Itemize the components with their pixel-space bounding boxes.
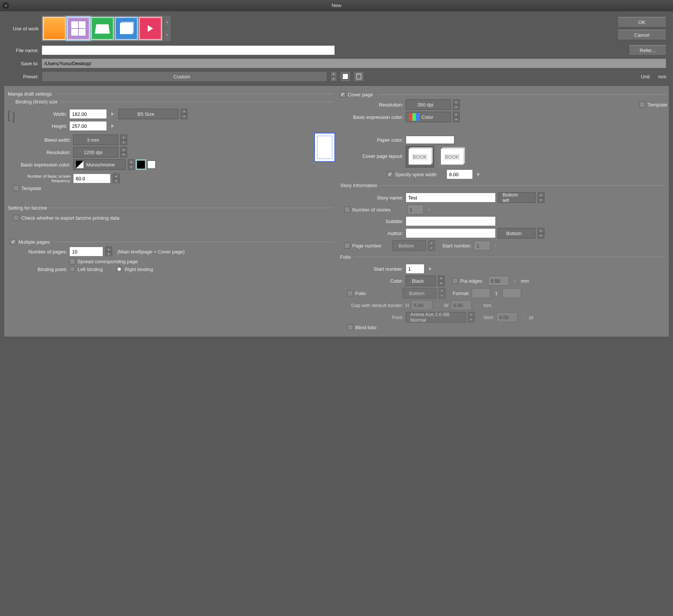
mds-template-check[interactable] — [13, 185, 19, 191]
bleed-spinner[interactable]: ▲▼ — [120, 135, 127, 145]
folio-color-spinner[interactable]: ▲▼ — [438, 276, 445, 286]
mds-resolution-spinner[interactable]: ▲▼ — [120, 147, 127, 157]
right-binding-label: Right binding — [124, 267, 153, 272]
multiple-pages-check[interactable] — [10, 239, 16, 245]
num-stories-check[interactable] — [344, 207, 350, 213]
size-preset-combo[interactable]: B5 Size — [118, 109, 178, 119]
num-pages-input[interactable] — [69, 247, 103, 256]
gap-h-input[interactable] — [411, 300, 432, 310]
spine-check[interactable] — [387, 171, 393, 177]
refer-button[interactable]: Refer... — [629, 45, 666, 55]
titlebar: ✕ New — [0, 0, 673, 11]
spine-more-icon[interactable] — [477, 172, 480, 176]
cover-bec-combo[interactable]: Color — [406, 112, 451, 122]
work-type-scroll[interactable]: ▲▼ — [164, 16, 171, 41]
num-stories-label: Number of stories — [352, 207, 405, 213]
height-label: Height: — [18, 123, 67, 129]
unit-value: mm — [658, 74, 666, 79]
cover-layout-spread-icon[interactable]: BOOK — [438, 146, 466, 168]
work-type-illustration-icon[interactable] — [43, 17, 66, 40]
right-binding-radio[interactable] — [116, 266, 122, 272]
cover-bec-spinner[interactable]: ▲▼ — [453, 112, 460, 122]
num-stories-more-icon[interactable] — [428, 208, 431, 211]
swap-dimensions-icon[interactable] — [6, 107, 17, 126]
gap-w-input[interactable] — [451, 300, 472, 310]
ink-white-swatch[interactable] — [147, 160, 156, 169]
page-number-pos-combo: Bottom — [392, 240, 426, 251]
ink-black-swatch[interactable] — [137, 160, 145, 169]
size-input[interactable] — [496, 312, 517, 322]
gap-h-more-icon[interactable] — [437, 303, 439, 307]
save-to-input[interactable] — [42, 58, 666, 68]
story-name-pos-combo[interactable]: Bottom left — [498, 192, 535, 203]
cover-res-label: Resolution: — [340, 102, 403, 108]
author-input[interactable] — [406, 228, 496, 238]
spine-input[interactable] — [447, 169, 473, 179]
blind-folio-check[interactable] — [347, 324, 353, 330]
close-icon[interactable]: ✕ — [2, 2, 9, 9]
size-preset-spinner[interactable]: ▲▼ — [181, 109, 187, 119]
page-start-input[interactable] — [474, 241, 490, 250]
height-more-icon[interactable] — [111, 124, 114, 128]
work-type-comic-icon[interactable] — [67, 17, 90, 40]
put-edges-more-icon[interactable] — [514, 279, 516, 283]
file-name-input[interactable] — [42, 45, 335, 55]
work-type-animation-icon[interactable] — [139, 17, 162, 40]
preset-save-icon[interactable] — [340, 71, 351, 82]
cancel-button[interactable]: Cancel — [618, 30, 666, 40]
author-pos-combo[interactable]: Bottom — [498, 228, 535, 238]
folio-check[interactable] — [347, 290, 353, 296]
cover-res-combo[interactable]: 350 dpi — [406, 99, 451, 110]
freq-input[interactable] — [73, 174, 111, 183]
bleed-combo[interactable]: 3 mm — [73, 135, 118, 145]
gap-unit: mm — [483, 303, 492, 308]
put-edges-check[interactable] — [452, 278, 458, 284]
ok-button[interactable]: OK — [618, 17, 666, 27]
story-name-input[interactable] — [406, 193, 496, 202]
work-type-book-icon[interactable] — [91, 17, 114, 40]
cover-page-label: Cover page — [348, 92, 373, 97]
paper-color-swatch[interactable] — [406, 136, 454, 144]
mds-template-label: Template — [21, 186, 41, 191]
cover-template-label: Template — [648, 102, 667, 108]
preset-spinner[interactable]: ▲▼ — [330, 71, 337, 82]
page-start-more-icon[interactable] — [495, 244, 498, 247]
right-column: Cover page Resolution: 350 dpi ▲▼ Templa… — [338, 90, 668, 332]
gap-w-more-icon[interactable] — [476, 303, 479, 307]
format-prefix-input[interactable] — [472, 288, 490, 298]
folio-start-input[interactable] — [406, 264, 424, 274]
freq-spinner[interactable]: ▲▼ — [113, 174, 120, 183]
author-pos-spinner[interactable]: ▲▼ — [538, 228, 544, 238]
fanzine-check[interactable] — [13, 215, 19, 221]
put-edges-input[interactable] — [488, 276, 509, 286]
left-binding-radio[interactable] — [69, 266, 75, 272]
num-pages-spinner[interactable]: ▲▼ — [105, 247, 112, 256]
width-more-icon[interactable] — [111, 112, 114, 116]
format-suffix-input[interactable] — [502, 288, 521, 298]
bec-combo[interactable]: Monochrome — [73, 159, 126, 170]
work-type-print-icon[interactable] — [115, 17, 138, 40]
cover-page-check[interactable] — [340, 91, 346, 97]
spread-check[interactable] — [69, 258, 75, 264]
cover-template-check[interactable] — [639, 102, 645, 108]
num-stories-input[interactable] — [407, 205, 424, 214]
subtitle-input[interactable] — [406, 216, 496, 226]
folio-color-combo[interactable]: Black — [406, 276, 436, 286]
left-column: Manga draft settings Binding (finish) si… — [6, 90, 335, 332]
preset-delete-icon[interactable] — [354, 71, 364, 82]
cover-res-spinner[interactable]: ▲▼ — [453, 99, 460, 110]
height-input[interactable] — [69, 121, 107, 131]
paper-color-label: Paper color: — [340, 137, 403, 143]
folio-start-more-icon[interactable] — [429, 267, 432, 271]
preset-row: Preset: Custom ▲▼ Unit: mm — [0, 70, 673, 83]
preset-combo[interactable]: Custom — [42, 71, 327, 82]
bec-spinner[interactable]: ▲▼ — [128, 159, 135, 170]
cover-layout-single-icon[interactable]: BOOK — [406, 146, 434, 168]
size-more-icon[interactable] — [522, 315, 525, 319]
page-number-check[interactable] — [344, 243, 350, 249]
font-combo[interactable]: Anime Ace 2.0 BB Normal — [406, 312, 466, 322]
width-input[interactable] — [69, 109, 107, 119]
font-spinner[interactable]: ▲▼ — [468, 312, 475, 322]
story-name-pos-spinner[interactable]: ▲▼ — [538, 192, 544, 203]
mds-resolution-combo[interactable]: 1200 dpi — [73, 147, 118, 157]
